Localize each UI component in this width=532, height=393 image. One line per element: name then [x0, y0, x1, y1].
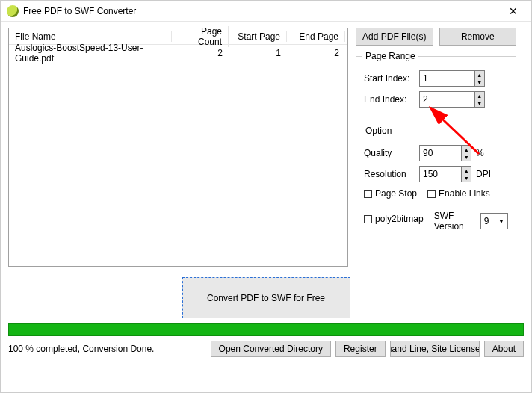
open-directory-button[interactable]: Open Converted Directory [211, 341, 331, 357]
col-header-end[interactable]: End Page [287, 31, 345, 42]
chevron-down-icon: ▼ [498, 218, 504, 225]
page-range-group: Page Range Start Index: ▲▼ End Index: ▲▼ [356, 56, 516, 120]
end-index-input[interactable]: ▲▼ [419, 91, 485, 108]
spin-up-icon[interactable]: ▲ [462, 146, 471, 153]
col-header-file[interactable]: File Name [9, 31, 172, 42]
cell-end: 2 [287, 48, 345, 58]
option-legend: Option [362, 126, 395, 136]
register-button[interactable]: Register [335, 341, 386, 357]
about-button[interactable]: About [484, 341, 524, 357]
spin-up-icon[interactable]: ▲ [475, 71, 484, 78]
poly2bitmap-checkbox[interactable]: poly2bitmap [364, 214, 424, 224]
command-line-button[interactable]: Command Line, Site License, SDK [390, 341, 480, 357]
swf-version-select[interactable]: 9 ▼ [480, 213, 508, 229]
spin-up-icon[interactable]: ▲ [462, 167, 471, 174]
resolution-unit: DPI [476, 169, 491, 179]
spin-down-icon[interactable]: ▼ [475, 78, 484, 86]
cell-file: Auslogics-BoostSpeed-13-User-Guide.pdf [9, 43, 172, 64]
quality-input[interactable]: ▲▼ [419, 145, 471, 161]
spin-down-icon[interactable]: ▼ [462, 153, 471, 161]
spin-down-icon[interactable]: ▼ [475, 99, 484, 107]
add-pdf-button[interactable]: Add PDF File(s) [356, 28, 433, 46]
page-range-legend: Page Range [362, 51, 418, 61]
quality-label: Quality [364, 148, 415, 158]
resolution-label: Resolution [364, 169, 415, 179]
swf-version-label: SWF Version [434, 211, 476, 232]
app-icon [7, 5, 19, 17]
col-header-start[interactable]: Start Page [229, 31, 287, 42]
cell-count: 2 [172, 48, 229, 58]
file-table[interactable]: File Name Page Count Start Page End Page… [8, 28, 348, 267]
start-index-input[interactable]: ▲▼ [419, 70, 485, 87]
spin-up-icon[interactable]: ▲ [475, 92, 484, 99]
table-row[interactable]: Auslogics-BoostSpeed-13-User-Guide.pdf 2… [9, 45, 347, 61]
end-index-label: End Index: [364, 94, 415, 105]
close-icon[interactable]: ✕ [498, 1, 528, 22]
start-index-label: Start Index: [364, 73, 415, 84]
convert-button[interactable]: Convert PDF to SWF for Free [182, 277, 350, 318]
remove-button[interactable]: Remove [439, 28, 517, 46]
enable-links-checkbox[interactable]: Enable Links [427, 188, 490, 199]
spin-down-icon[interactable]: ▼ [462, 174, 471, 182]
status-text: 100 % completed, Conversion Done. [8, 344, 154, 354]
resolution-input[interactable]: ▲▼ [419, 166, 471, 182]
window-title: Free PDF to SWF Converter [23, 6, 136, 16]
option-group: Option Quality ▲▼ % Resolution ▲▼ DPI Pa… [356, 131, 516, 247]
progress-bar [8, 323, 524, 336]
quality-unit: % [476, 148, 484, 158]
col-header-count[interactable]: Page Count [172, 26, 229, 47]
page-stop-checkbox[interactable]: Page Stop [364, 188, 417, 199]
cell-start: 1 [229, 48, 287, 58]
